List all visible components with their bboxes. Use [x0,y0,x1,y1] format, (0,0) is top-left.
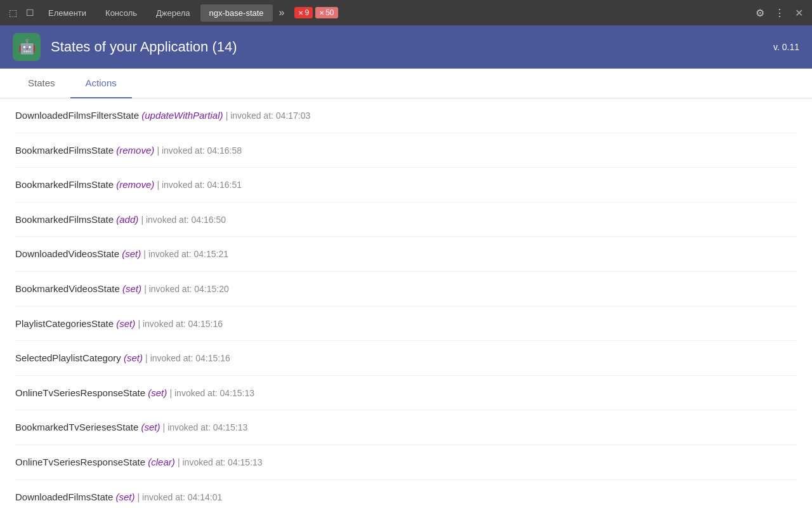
invoked-text: | invoked at: 04:14:01 [138,492,223,502]
state-name: BookmarkedFilmsState [15,214,114,225]
tab-overflow-btn[interactable]: » [274,4,290,21]
list-item: OnlineTvSeriesResponseState (set) | invo… [15,376,797,411]
state-name: BookmarkedFilmsState [15,179,114,190]
state-name: BookmarkedTvSeriesesState [15,422,138,432]
list-item: BookmarkedTvSeriesesState (set) | invoke… [15,410,797,445]
state-name: BookmarkedVideosState [15,283,120,294]
list-item: DownloadedVideosState (set) | invoked at… [15,237,797,272]
state-name: OnlineTvSeriesResponseState [15,387,145,398]
invoked-text: | invoked at: 04:15:16 [145,353,230,363]
warning-badge: ✕ 50 [315,7,337,18]
app-header-left: 🤖 States of your Application (14) [13,33,237,61]
browser-actions: ⚙ ⋮ ✕ [752,4,807,22]
list-item: DownloadedFilmsFiltersState (updateWithP… [15,98,797,133]
app-title: States of your Application (14) [51,39,237,55]
action-name: (set) [122,248,141,259]
action-name: (remove) [116,179,154,190]
list-item: DownloadedFilmsState (set) | invoked at:… [15,480,797,508]
tab-actions[interactable]: Actions [70,69,132,98]
invoked-text: | invoked at: 04:15:13 [178,457,263,467]
error-count: 9 [304,8,309,17]
action-name: (remove) [116,145,154,156]
invoked-text: | invoked at: 04:16:51 [157,180,242,190]
app-version: v. 0.11 [773,42,799,52]
close-btn[interactable]: ✕ [791,4,807,22]
tab-console[interactable]: Консоль [96,4,146,22]
error-badge: ✕ 9 [294,7,313,18]
action-name: (clear) [148,457,175,467]
app-container: 🤖 States of your Application (14) v. 0.1… [0,25,812,508]
content-area[interactable]: DownloadedFilmsFiltersState (updateWithP… [0,98,812,508]
state-name: PlaylistCategoriesState [15,318,114,329]
browser-chrome: ⬚ ☐ Елементи Консоль Джерела ngx-base-st… [0,0,812,25]
logo-emoji: 🤖 [18,39,36,55]
app-logo: 🤖 [13,33,41,61]
list-item: BookmarkedFilmsState (remove) | invoked … [15,168,797,203]
list-item: OnlineTvSeriesResponseState (clear) | in… [15,445,797,480]
inspect-tool-btn[interactable]: ⬚ [5,5,21,20]
tab-bar: ⬚ ☐ Елементи Консоль Джерела ngx-base-st… [5,4,289,22]
badge-group: ✕ 9 ✕ 50 [294,7,337,18]
tab-sources[interactable]: Джерела [147,4,199,22]
invoked-text: | invoked at: 04:15:16 [138,319,223,329]
more-btn[interactable]: ⋮ [771,4,789,22]
action-name: (set) [122,283,141,294]
tab-ngx-base-state[interactable]: ngx-base-state [200,4,273,22]
tabs-bar: States Actions [0,69,812,98]
action-name: (set) [148,387,167,398]
state-name: SelectedPlaylistCategory [15,352,121,363]
warning-icon: ✕ [319,10,324,17]
list-item: BookmarkedVideosState (set) | invoked at… [15,272,797,307]
settings-btn[interactable]: ⚙ [752,4,768,22]
action-name: (updateWithPartial) [141,110,223,121]
state-name: OnlineTvSeriesResponseState [15,457,145,467]
device-tool-btn[interactable]: ☐ [22,5,38,20]
action-list: DownloadedFilmsFiltersState (updateWithP… [0,98,812,508]
invoked-text: | invoked at: 04:16:58 [157,145,242,156]
tab-states[interactable]: States [13,69,70,98]
action-name: (set) [116,318,135,329]
error-icon: ✕ [298,10,303,17]
list-item: SelectedPlaylistCategory (set) | invoked… [15,341,797,376]
invoked-text: | invoked at: 04:15:21 [143,249,228,259]
list-item: BookmarkedFilmsState (remove) | invoked … [15,133,797,168]
list-item: PlaylistCategoriesState (set) | invoked … [15,307,797,342]
action-name: (set) [115,491,134,502]
state-name: DownloadedFilmsFiltersState [15,110,139,121]
action-name: (set) [124,352,143,363]
invoked-text: | invoked at: 04:15:13 [169,388,254,398]
action-name: (add) [116,214,138,225]
invoked-text: | invoked at: 04:15:20 [144,284,229,294]
invoked-text: | invoked at: 04:16:50 [141,215,226,225]
invoked-text: | invoked at: 04:15:13 [163,422,248,432]
state-name: BookmarkedFilmsState [15,145,114,156]
state-name: DownloadedFilmsState [15,491,113,502]
warning-count: 50 [325,8,334,17]
action-name: (set) [141,422,160,432]
state-name: DownloadedVideosState [15,248,119,259]
app-header: 🤖 States of your Application (14) v. 0.1… [0,25,812,69]
tab-elements[interactable]: Елементи [39,4,95,22]
list-item: BookmarkedFilmsState (add) | invoked at:… [15,203,797,237]
invoked-text: | invoked at: 04:17:03 [226,110,311,121]
